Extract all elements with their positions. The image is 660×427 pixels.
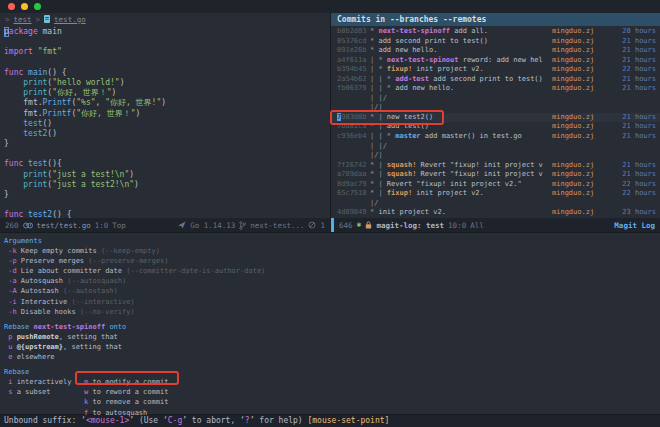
commit-row[interactable]: 7bd81c9* | add test()mingduo.zj21 hours xyxy=(331,122,660,132)
go-file-icon xyxy=(44,15,50,23)
commit-row[interactable]: 4d89849* init project v2.mingduo.zj23 ho… xyxy=(331,208,660,218)
commit-row[interactable]: |/| xyxy=(331,103,660,113)
text-segment: * | xyxy=(370,161,387,169)
breadcrumb-file[interactable]: test.go xyxy=(54,15,86,24)
text-segment: Unbound suffix: ‘ xyxy=(4,416,86,425)
transient-line[interactable]: p pushRemote, setting that xyxy=(4,332,660,342)
transient-line[interactable]: -A Autostash (--autostash) xyxy=(4,286,660,296)
transient-line[interactable]: s a subset w to reword a commit xyxy=(4,387,660,397)
transient-line[interactable]: i interactively m to modify a commit xyxy=(4,377,660,387)
magit-section-header[interactable]: Commits in --branches --remotes xyxy=(331,13,660,26)
code-line[interactable]: test2() xyxy=(4,129,330,139)
code-line[interactable]: fmt.Printf("%s", "你好, 世界!") xyxy=(4,98,330,108)
commit-time: 21 hours xyxy=(604,122,660,132)
commit-row[interactable]: a4f611a| * next-test-spinout reword: add… xyxy=(331,56,660,66)
commit-author xyxy=(552,103,604,113)
commit-row[interactable]: 05376cd* add second print to test()mingd… xyxy=(331,37,660,47)
magit-window: Commits in --branches --remotes b8b2d83*… xyxy=(330,13,660,232)
commit-row[interactable]: 7f26742* | squash! Revert "fixup! init p… xyxy=(331,161,660,171)
code-area[interactable]: package main import "fmt" func main() { … xyxy=(0,25,330,218)
commit-row[interactable]: |/| xyxy=(331,151,660,161)
commit-row[interactable]: | |/ xyxy=(331,142,660,152)
code-line[interactable] xyxy=(4,58,330,68)
commit-row[interactable]: |/ xyxy=(331,199,660,209)
commit-time: 22 hours xyxy=(604,189,660,199)
transient-line[interactable]: -i Interactive (--interactive) xyxy=(4,297,660,307)
emacs-frame: > test > test.go package main import "fm… xyxy=(0,0,660,427)
text-segment: squash! xyxy=(387,170,417,178)
commit-hash: 091e26b xyxy=(337,46,370,56)
code-line[interactable]: func test2() { xyxy=(4,210,330,218)
commit-row[interactable]: | |/ xyxy=(331,94,660,104)
traffic-light-minimize[interactable] xyxy=(21,3,28,10)
commit-row[interactable]: 65c7518* | fixup! init project v2.mingdu… xyxy=(331,189,660,199)
commit-time: 22 hours xyxy=(604,180,660,190)
commit-hash xyxy=(337,94,370,104)
echo-message: Unbound suffix: ‘<mouse-1>’ (Use ‘C-g’ t… xyxy=(4,416,389,425)
commit-hash: b8b2d83 xyxy=(337,27,370,37)
text-segment: * | xyxy=(370,170,387,178)
magit-modeline: 646 ✱ magit-log: test 10:0 All Magit Log xyxy=(331,218,660,232)
code-line[interactable]: package main xyxy=(4,27,330,37)
commit-message: * init project v2. xyxy=(370,208,552,218)
text-segment: |/| xyxy=(370,103,383,111)
transient-line[interactable]: -h Disable hooks (--no-verify) xyxy=(4,307,660,317)
code-line[interactable]: print("just a test!\n") xyxy=(4,170,330,180)
transient-window: Arguments -k Keep empty commits (--keep-… xyxy=(0,232,660,414)
text-segment: | | * xyxy=(370,75,395,83)
text-segment: add master() in test.go xyxy=(421,132,522,140)
text-segment: ackage xyxy=(9,27,38,36)
code-line[interactable]: func main() { xyxy=(4,68,330,78)
code-line[interactable] xyxy=(4,149,330,159)
transient-line[interactable]: -k Keep empty commits (--keep-empty) xyxy=(4,246,660,256)
active-window-bar xyxy=(331,218,334,232)
commit-author: mingduo.zj xyxy=(552,46,604,56)
commit-row[interactable]: 091e26b* add new hello.mingduo.zj21 hour… xyxy=(331,46,660,56)
commit-author xyxy=(552,94,604,104)
code-line[interactable]: } xyxy=(4,190,330,200)
text-segment: , setting that xyxy=(59,333,118,341)
text-segment: () { xyxy=(47,68,66,77)
commit-hash: fb06379 xyxy=(337,84,370,94)
code-line[interactable] xyxy=(4,200,330,210)
transient-line[interactable]: -p Preserve merges (--preserve-merges) xyxy=(4,256,660,266)
commit-hash: c936eb4 xyxy=(337,132,370,142)
commit-row[interactable]: 7983d8b* | new test2()mingduo.zj21 hours xyxy=(331,113,660,123)
code-line[interactable]: print("hello world!") xyxy=(4,78,330,88)
modeline-branch: next-test... xyxy=(250,221,304,230)
commit-row[interactable]: 8d9ac79* | Revert "fixup! init project v… xyxy=(331,180,660,190)
commit-row[interactable]: 2a54b62| | * add-test add second print t… xyxy=(331,75,660,85)
text-segment: Preserve merges xyxy=(17,257,89,265)
text-segment: new test2() xyxy=(387,113,433,121)
commit-row[interactable]: b8b2d83* next-test-spinoff add all.mingd… xyxy=(331,27,660,37)
text-segment: | |/ xyxy=(370,142,387,150)
commit-row[interactable]: c936eb4| | * master add master() in test… xyxy=(331,132,660,142)
code-line[interactable]: func test(){ xyxy=(4,159,330,169)
transient-line[interactable]: e elsewhere xyxy=(4,352,660,362)
transient-line[interactable]: -a Autosquash (--autosquash) xyxy=(4,276,660,286)
traffic-light-zoom[interactable] xyxy=(34,3,41,10)
code-line[interactable]: print("just a test2!\n") xyxy=(4,180,330,190)
commit-author: mingduo.zj xyxy=(552,37,604,47)
transient-line[interactable]: -d Lie about committer date (--committer… xyxy=(4,266,660,276)
transient-line[interactable]: k to remove a commit xyxy=(4,397,660,407)
commit-author: mingduo.zj xyxy=(552,122,604,132)
commit-time: 21 hours xyxy=(604,56,660,66)
code-line[interactable]: fmt.Printf("你好, 世界！") xyxy=(4,109,330,119)
transient-line[interactable]: u @{upstream}, setting that xyxy=(4,342,660,352)
commit-row[interactable]: a789daa* | squash! Revert "fixup! init p… xyxy=(331,170,660,180)
text-segment: () xyxy=(43,119,53,128)
commit-hash: a789daa xyxy=(337,170,370,180)
code-line[interactable]: import "fmt" xyxy=(4,47,330,57)
commit-row[interactable]: b394b45| * fixup! init project v2.mingdu… xyxy=(331,65,660,75)
commit-row[interactable]: fb06379| | * add new hello.mingduo.zj21 … xyxy=(331,84,660,94)
breadcrumb-project[interactable]: test xyxy=(14,15,32,24)
commit-hash: 7bd81c9 xyxy=(337,122,370,132)
text-cursor: 7 xyxy=(337,113,341,121)
code-line[interactable] xyxy=(4,37,330,47)
traffic-light-close[interactable] xyxy=(8,3,15,10)
code-line[interactable]: } xyxy=(4,139,330,149)
code-line[interactable]: test() xyxy=(4,119,330,129)
text-segment: -k xyxy=(4,247,17,255)
code-line[interactable]: print("你好, 世界！") xyxy=(4,88,330,98)
